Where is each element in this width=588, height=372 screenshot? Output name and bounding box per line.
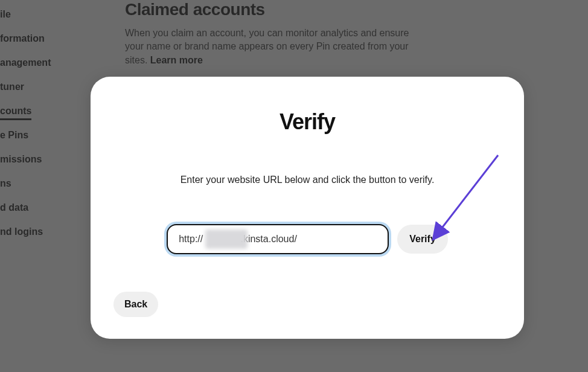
back-button[interactable]: Back: [113, 292, 158, 317]
url-input-wrapper: [167, 224, 389, 254]
website-url-input[interactable]: [167, 224, 389, 254]
verify-button[interactable]: Verify: [397, 225, 448, 254]
verify-modal: Verify Enter your website URL below and …: [91, 77, 524, 339]
svg-line-1: [441, 155, 498, 229]
modal-title: Verify: [115, 109, 500, 135]
modal-instruction: Enter your website URL below and click t…: [115, 175, 500, 185]
verify-input-row: Verify: [115, 224, 500, 254]
